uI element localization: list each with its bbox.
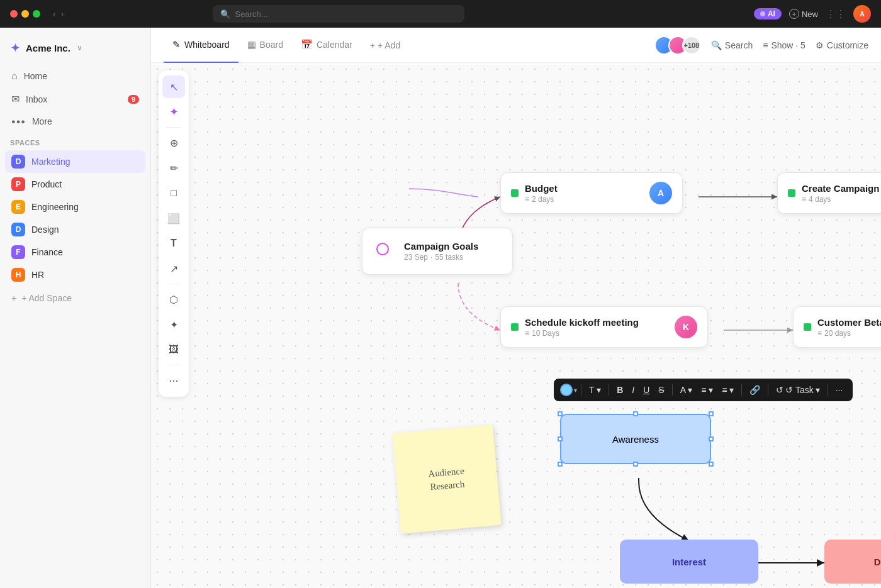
resize-handle-tr[interactable] [709, 411, 714, 416]
align-button[interactable]: ≡ ▾ [697, 382, 717, 397]
awareness-box-wrapper[interactable]: Awareness [560, 414, 711, 464]
minimize-dot[interactable] [21, 10, 29, 18]
resize-handle-ml[interactable] [558, 436, 563, 441]
more-icon: ●●● [11, 118, 26, 125]
ai-label: AI [768, 9, 775, 18]
resize-handle-tm[interactable] [633, 411, 638, 416]
connect-tool[interactable]: ⬡ [162, 288, 185, 311]
spaces-section-title: Spaces [0, 131, 150, 150]
campaign-goals-sub: 23 Sep · 55 tasks [404, 253, 478, 262]
more-options-button[interactable]: ··· [832, 382, 847, 397]
new-button[interactable]: + New [789, 9, 818, 19]
sidebar-item-finance[interactable]: F Finance [5, 241, 145, 263]
underline-button[interactable]: U [639, 382, 653, 397]
text-tool[interactable]: T [162, 232, 185, 255]
toolbar-divider [581, 384, 581, 396]
bold-button[interactable]: B [613, 382, 627, 397]
font-style-button[interactable]: T ▾ [585, 382, 605, 397]
select-tool[interactable]: ↖ [162, 75, 185, 98]
resize-handle-br[interactable] [709, 462, 714, 467]
grid-icon[interactable]: ⋮⋮ [826, 8, 846, 20]
decision-box[interactable]: Decision [824, 540, 881, 584]
campaign-goals-title: Campaign Goals [404, 241, 478, 252]
note-tool[interactable]: ⬜ [162, 207, 185, 230]
sticky-note[interactable]: Audience Research [392, 424, 501, 533]
inbox-label: Inbox [26, 94, 47, 104]
magic-tool[interactable]: ✦ [162, 101, 185, 123]
font-label: T [589, 385, 594, 395]
toolbar-divider [768, 384, 768, 396]
beta-status-icon [804, 323, 811, 331]
logo[interactable]: ✦ Acme Inc. ∨ [0, 35, 150, 65]
tab-whiteboard[interactable]: ✎ Whiteboard [164, 28, 238, 63]
rect-tool[interactable]: □ [162, 182, 185, 204]
maximize-dot[interactable] [33, 10, 40, 18]
customize-button[interactable]: ⚙ Customize [816, 40, 868, 50]
logo-star-icon: ✦ [10, 40, 21, 55]
add-tab-label: + Add [378, 40, 400, 50]
globe-tool[interactable]: ⊕ [162, 131, 185, 154]
sidebar-item-engineering[interactable]: E Engineering [5, 196, 145, 218]
show-button[interactable]: ≡ Show · 5 [763, 40, 805, 50]
kickoff-avatar: K [675, 316, 697, 338]
resize-handle-bm[interactable] [633, 462, 638, 467]
resize-handle-bl[interactable] [558, 462, 563, 467]
avatar-count: +108 [682, 36, 701, 55]
image-tool[interactable]: 🖼 [162, 338, 185, 361]
arrow-tool[interactable]: ↗ [162, 257, 185, 280]
awareness-box[interactable]: Awareness [560, 414, 711, 464]
close-dot[interactable] [10, 10, 18, 18]
browser-search-input[interactable] [235, 9, 457, 19]
sidebar-item-more[interactable]: ●●● More [5, 111, 145, 131]
font-size-button[interactable]: A ▾ [676, 382, 696, 397]
user-avatar[interactable]: A [853, 5, 871, 23]
beta-title: Customer Beta [817, 317, 881, 328]
create-campaign-node[interactable]: Create Campaign ≡ 4 days M [777, 172, 881, 214]
more-label: More [32, 116, 52, 126]
color-picker[interactable] [560, 384, 573, 396]
search-button[interactable]: 🔍 Search [711, 40, 753, 50]
ai-badge[interactable]: AI [754, 8, 782, 19]
campaign-tasks: 55 tasks [435, 253, 463, 262]
plus-icon: + [370, 40, 375, 50]
back-button[interactable]: ‹ [53, 9, 56, 19]
resize-handle-mr[interactable] [709, 436, 714, 441]
sidebar-item-inbox[interactable]: ✉ Inbox 9 [5, 88, 145, 110]
canvas-area[interactable]: ↖ ✦ ⊕ ✏ □ ⬜ T ↗ ⬡ ✦ 🖼 ··· [151, 63, 881, 588]
tab-board[interactable]: ▦ Board [238, 28, 292, 63]
italic-button[interactable]: I [628, 382, 638, 397]
plus-icon: + [11, 293, 16, 303]
new-label: New [802, 9, 818, 19]
budget-node[interactable]: Budget ≡ 2 days A [500, 172, 683, 214]
board-icon: ▦ [247, 39, 256, 50]
link-button[interactable]: 🔗 [746, 382, 764, 397]
strikethrough-button[interactable]: S [654, 382, 668, 397]
sidebar-item-design[interactable]: D Design [5, 218, 145, 241]
customer-beta-node[interactable]: Customer Beta ≡ 20 days B › [793, 306, 881, 348]
interest-box[interactable]: Interest [620, 540, 758, 584]
campaign-goals-node[interactable]: Campaign Goals 23 Sep · 55 tasks [362, 228, 513, 275]
toolbar-divider [672, 384, 673, 396]
sidebar-item-home[interactable]: ⌂ Home [5, 65, 145, 87]
forward-button[interactable]: › [61, 9, 64, 19]
lines-icon: ≡ [817, 329, 822, 338]
sparkle-tool[interactable]: ✦ [162, 313, 185, 336]
list-button[interactable]: ≡ ▾ [718, 382, 738, 397]
sidebar-item-product[interactable]: P Product [5, 173, 145, 196]
more-tools-button[interactable]: ··· [162, 369, 185, 392]
sidebar-item-hr[interactable]: H HR [5, 263, 145, 286]
task-button[interactable]: ↺ ↺ Task ▾ [772, 382, 823, 397]
schedule-kickoff-node[interactable]: Schedule kickoff meeting ≡ 10 Days K [500, 306, 708, 348]
add-tab-button[interactable]: + + Add [361, 40, 409, 50]
campaign-days: 4 days [809, 195, 831, 204]
chevron-down-icon[interactable]: ▾ [574, 387, 577, 394]
add-space-button[interactable]: + + Add Space [0, 289, 150, 308]
show-label: Show · 5 [771, 40, 805, 50]
tab-calendar[interactable]: 📅 Calendar [292, 28, 361, 63]
sidebar-item-marketing[interactable]: D Marketing [5, 150, 145, 173]
resize-handle-tl[interactable] [558, 411, 563, 416]
pen-tool[interactable]: ✏ [162, 157, 185, 179]
separator: · [430, 253, 432, 262]
browser-search-bar[interactable]: 🔍 [213, 5, 464, 23]
customize-label: Customize [827, 40, 868, 50]
